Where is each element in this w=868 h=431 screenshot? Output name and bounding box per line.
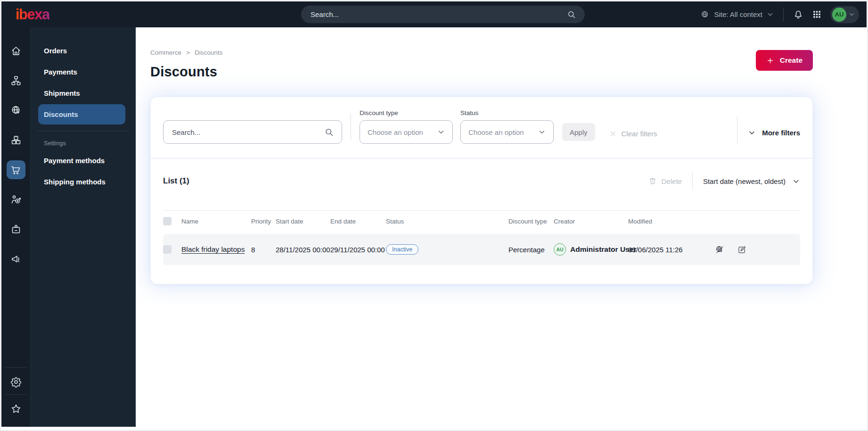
filters-bar: Discount type Choose an option Status — [151, 97, 812, 158]
global-search-input[interactable] — [310, 10, 567, 19]
end-date-value: 29/11/2025 00:00 — [330, 246, 386, 254]
menu-settings-heading: Settings — [44, 140, 125, 147]
row-actions — [709, 245, 800, 255]
select-all-checkbox[interactable] — [163, 217, 172, 225]
chevron-down-icon — [538, 128, 546, 136]
site-selector-label: Site: All context — [714, 10, 762, 18]
table-row: Black friday laptops 8 28/11/2025 00:00 … — [163, 234, 800, 265]
commerce-menu-panel: Orders Payments Shipments Discounts Sett… — [31, 27, 136, 427]
start-date-value: 28/11/2025 00:00 — [276, 246, 330, 254]
menu-item-payments[interactable]: Payments — [38, 62, 125, 82]
avatar: AU — [832, 8, 846, 22]
menu-item-payment-methods[interactable]: Payment methods — [38, 150, 125, 171]
status-select[interactable]: Choose an option — [460, 120, 554, 144]
creator-avatar: AU — [554, 243, 566, 256]
more-filters-button[interactable]: More filters — [748, 129, 800, 137]
creator-name: Administrator User — [570, 245, 636, 254]
home-icon[interactable] — [7, 41, 25, 60]
column-header-start-date: Start date — [276, 218, 330, 225]
create-button-label: Create — [780, 56, 802, 65]
icon-rail — [1, 27, 31, 427]
column-header-creator: Creator — [554, 218, 628, 225]
products-boxes-icon[interactable] — [7, 131, 25, 149]
create-button[interactable]: Create — [756, 50, 813, 71]
app-window: ibexa Site: All context — [0, 0, 868, 431]
notifications-bell-icon[interactable] — [793, 9, 803, 20]
clear-filters-button[interactable]: Clear filters — [609, 130, 657, 138]
search-icon[interactable] — [567, 10, 576, 19]
site-globe-icon — [700, 10, 710, 19]
discount-type-select[interactable]: Choose an option — [360, 120, 453, 144]
chevron-down-icon — [792, 177, 800, 185]
app-grid-icon[interactable] — [812, 9, 822, 19]
status-badge: Inactive — [386, 244, 418, 255]
list-title: List (1) — [163, 176, 189, 186]
bookmarks-star-icon[interactable] — [7, 399, 25, 418]
status-select-value: Choose an option — [468, 128, 524, 136]
plus-icon — [766, 57, 774, 65]
menu-item-shipments[interactable]: Shipments — [38, 83, 125, 103]
chevron-down-icon — [748, 129, 756, 137]
chevron-down-icon — [767, 11, 774, 18]
ibexa-logo[interactable]: ibexa — [16, 7, 49, 22]
user-menu[interactable]: AU — [830, 6, 859, 23]
filter-divider — [737, 116, 737, 144]
global-search[interactable] — [301, 6, 585, 23]
commerce-cart-icon[interactable] — [7, 160, 25, 179]
site-globe-icon[interactable] — [7, 101, 25, 120]
creator-cell: AU Administrator User — [554, 243, 628, 256]
breadcrumb-discounts[interactable]: Discounts — [195, 49, 222, 56]
table-header: Name Priority Start date End date Status… — [163, 211, 800, 234]
apply-button[interactable]: Apply — [562, 123, 595, 141]
column-header-end-date: End date — [330, 218, 386, 225]
search-icon[interactable] — [324, 127, 334, 137]
topbar: ibexa Site: All context — [1, 1, 867, 27]
rail-divider — [6, 394, 26, 395]
clear-filters-label: Clear filters — [622, 130, 657, 138]
chevron-down-icon — [437, 128, 445, 136]
filter-search-input[interactable] — [171, 128, 324, 137]
settings-gear-icon[interactable] — [7, 373, 25, 391]
row-checkbox[interactable] — [163, 245, 172, 254]
rail-divider — [6, 367, 26, 368]
site-context-selector[interactable]: Site: All context — [700, 10, 774, 19]
list-toolbar: List (1) Delete Start date (newest, olde… — [151, 158, 812, 190]
trash-icon — [648, 177, 657, 185]
page-title: Discounts — [150, 64, 813, 80]
discount-type-label: Discount type — [360, 109, 453, 116]
customer-target-icon[interactable] — [7, 190, 25, 209]
rail-bottom — [1, 367, 30, 427]
status-label: Status — [460, 109, 554, 116]
company-badge-icon[interactable] — [7, 220, 25, 239]
breadcrumb: Commerce > Discounts — [150, 27, 813, 56]
delete-button[interactable]: Delete — [648, 177, 682, 185]
column-header-status: Status — [386, 218, 508, 225]
discounts-table: Name Priority Start date End date Status… — [163, 210, 800, 284]
menu-item-discounts[interactable]: Discounts — [38, 104, 125, 124]
column-header-priority: Priority — [251, 218, 276, 225]
menu-item-orders[interactable]: Orders — [38, 41, 125, 61]
edit-icon[interactable] — [737, 245, 747, 255]
more-filters-label: More filters — [762, 129, 800, 137]
preview-disabled-icon[interactable] — [715, 245, 725, 255]
discount-type-value: Percentage — [508, 246, 554, 254]
menu-item-shipping-methods[interactable]: Shipping methods — [38, 172, 125, 192]
sort-selector[interactable]: Start date (newest, oldest) — [703, 177, 800, 185]
discounts-card: Discount type Choose an option Status — [150, 97, 813, 284]
column-header-discount-type: Discount type — [508, 218, 554, 225]
marketing-megaphone-icon[interactable] — [7, 249, 25, 268]
delete-button-label: Delete — [662, 177, 682, 185]
menu-divider — [37, 131, 128, 131]
topbar-right: Site: All context AU — [700, 6, 867, 23]
filter-divider — [351, 113, 351, 141]
modified-value: 03/06/2025 11:26 — [628, 246, 709, 254]
topbar-divider — [783, 8, 784, 21]
column-header-name: Name — [181, 218, 251, 225]
discount-type-select-value: Choose an option — [368, 128, 423, 136]
toolbar-divider — [692, 173, 693, 190]
chevron-down-icon — [849, 11, 855, 17]
filter-search[interactable] — [163, 120, 342, 144]
breadcrumb-commerce[interactable]: Commerce — [150, 49, 181, 56]
discount-name-link[interactable]: Black friday laptops — [181, 245, 245, 253]
content-tree-icon[interactable] — [7, 71, 25, 90]
